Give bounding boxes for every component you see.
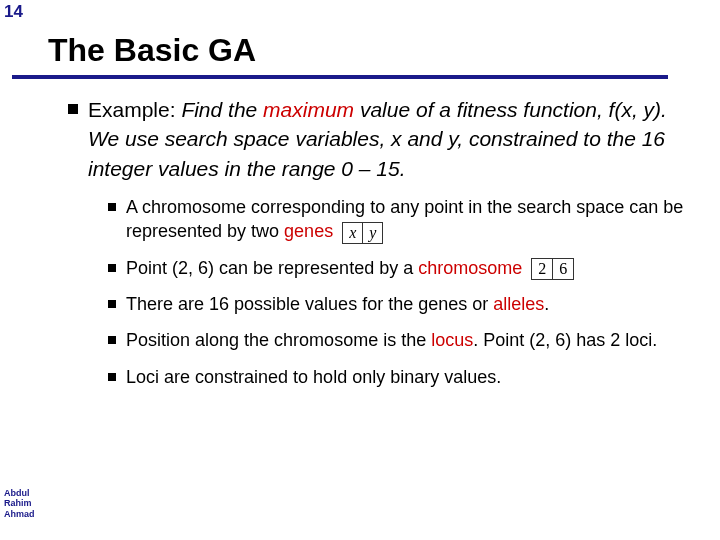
sub-bullet: Loci are constrained to hold only binary… xyxy=(108,365,696,389)
gene-box: 26 xyxy=(531,258,574,280)
gene-box: xy xyxy=(342,222,383,244)
author-line: Ahmad xyxy=(4,509,35,520)
author-line: Rahim xyxy=(4,498,35,509)
gene-cell: y xyxy=(363,222,383,244)
bullet-square-icon xyxy=(108,373,116,381)
slide-title: The Basic GA xyxy=(48,32,704,73)
sub-text-tail: . Point (2, 6) has 2 loci. xyxy=(473,330,657,350)
gene-cell: x xyxy=(342,222,363,244)
main-bullet-text: Example: Find the maximum value of a fit… xyxy=(88,95,696,183)
sub-keyword: chromosome xyxy=(418,258,522,278)
sub-text: There are 16 possible values for the gen… xyxy=(126,294,493,314)
sub-keyword: alleles xyxy=(493,294,544,314)
sub-text: Point (2, 6) can be represented by a xyxy=(126,258,418,278)
sub-bullet-list: A chromosome corresponding to any point … xyxy=(108,195,696,389)
title-block: The Basic GA xyxy=(48,32,704,79)
main-bullet: Example: Find the maximum value of a fit… xyxy=(68,95,696,183)
sub-bullet-text: A chromosome corresponding to any point … xyxy=(126,195,696,244)
main-italic-1: Find the xyxy=(181,98,263,121)
main-maximum: maximum xyxy=(263,98,354,121)
sub-keyword: genes xyxy=(284,221,333,241)
sub-bullet: A chromosome corresponding to any point … xyxy=(108,195,696,244)
bullet-square-icon xyxy=(68,104,78,114)
gene-cell: 2 xyxy=(531,258,553,280)
content-area: Example: Find the maximum value of a fit… xyxy=(68,95,696,389)
example-prefix: Example: xyxy=(88,98,181,121)
sub-bullet-text: There are 16 possible values for the gen… xyxy=(126,292,696,316)
sub-text: A chromosome corresponding to any point … xyxy=(126,197,683,241)
sub-text: Position along the chromosome is the xyxy=(126,330,431,350)
title-underline xyxy=(12,75,668,79)
sub-keyword: locus xyxy=(431,330,473,350)
sub-bullet: There are 16 possible values for the gen… xyxy=(108,292,696,316)
bullet-square-icon xyxy=(108,300,116,308)
author-line: Abdul xyxy=(4,488,35,499)
bullet-square-icon xyxy=(108,264,116,272)
bullet-square-icon xyxy=(108,336,116,344)
sub-bullet-text: Point (2, 6) can be represented by a chr… xyxy=(126,256,696,280)
sub-bullet: Point (2, 6) can be represented by a chr… xyxy=(108,256,696,280)
sub-bullet-text: Loci are constrained to hold only binary… xyxy=(126,365,696,389)
author-footer: Abdul Rahim Ahmad xyxy=(4,488,35,520)
sub-bullet-text: Position along the chromosome is the loc… xyxy=(126,328,696,352)
bullet-square-icon xyxy=(108,203,116,211)
sub-text-tail: . xyxy=(544,294,549,314)
gene-cell: 6 xyxy=(553,258,574,280)
sub-text: Loci are constrained to hold only binary… xyxy=(126,367,501,387)
page-number: 14 xyxy=(4,2,23,22)
sub-bullet: Position along the chromosome is the loc… xyxy=(108,328,696,352)
